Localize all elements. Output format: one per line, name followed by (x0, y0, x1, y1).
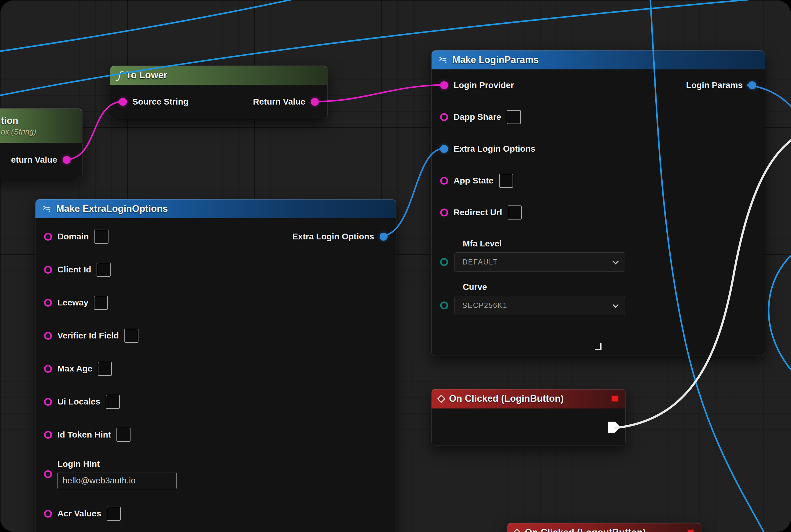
node-title: Make ExtraLoginOptions (56, 203, 168, 214)
node-on-clicked-logout-button[interactable]: On Clicked (LogoutButton) (507, 522, 701, 532)
node-to-lower[interactable]: ƒ To Lower Source String Return Value (110, 65, 328, 119)
return-value-label: Return Value (253, 97, 305, 107)
delegate-pin[interactable] (687, 529, 694, 532)
node-title: Make LoginParams (452, 54, 539, 65)
redirect-url-label: Redirect Url (454, 208, 502, 217)
function-icon: ƒ (117, 70, 121, 80)
app-state-checkbox[interactable] (499, 174, 513, 188)
node-partial-function[interactable]: tion ox (String) eturn Value (0, 108, 82, 178)
extra-login-options-in-label: Extra Login Options (454, 144, 536, 154)
app-state-pin[interactable] (440, 177, 448, 185)
node-title: On Clicked (LoginButton) (449, 393, 564, 404)
dapp-share-checkbox[interactable] (507, 110, 521, 124)
ui-locales-pin[interactable] (44, 398, 52, 406)
delegate-pin[interactable] (611, 395, 619, 402)
id-token-hint-label: Id Token Hint (57, 430, 111, 440)
acr-values-pin[interactable] (44, 510, 52, 518)
acr-values-checkbox[interactable] (107, 507, 121, 521)
login-params-out-label: Login Params (686, 80, 743, 90)
blueprint-graph-canvas[interactable]: tion ox (String) eturn Value ƒ To Lower … (0, 0, 791, 532)
source-string-pin[interactable] (119, 98, 127, 106)
login-params-out-pin[interactable] (748, 81, 756, 89)
curve-label: Curve (463, 282, 756, 292)
verifier-id-field-label: Verifier Id Field (57, 331, 119, 341)
source-string-label: Source String (132, 97, 189, 107)
client-id-label: Client Id (57, 265, 91, 274)
return-value-pin[interactable] (63, 156, 71, 164)
on-clicked-logout-header[interactable]: On Clicked (LogoutButton) (507, 523, 701, 532)
id-token-hint-checkbox[interactable] (116, 428, 131, 442)
max-age-label: Max Age (57, 364, 92, 374)
chevron-down-icon (613, 258, 619, 264)
leeway-checkbox[interactable] (94, 296, 108, 310)
max-age-checkbox[interactable] (98, 362, 112, 376)
dapp-share-pin[interactable] (440, 113, 448, 121)
login-hint-pin[interactable] (44, 470, 52, 478)
login-hint-label: Login Hint (57, 459, 177, 469)
client-id-checkbox[interactable] (97, 263, 111, 277)
domain-pin[interactable] (44, 233, 52, 241)
partial-function-header[interactable]: tion ox (String) (0, 109, 82, 143)
extra-login-options-in-pin[interactable] (440, 145, 448, 153)
make-login-params-header[interactable]: Make LoginParams (431, 51, 765, 70)
client-id-pin[interactable] (44, 266, 52, 274)
app-state-label: App State (454, 176, 494, 186)
mfa-level-value: DEFAULT (462, 258, 498, 266)
login-hint-input[interactable] (57, 472, 177, 489)
leeway-label: Leeway (57, 298, 88, 308)
acr-values-label: Acr Values (57, 509, 101, 518)
return-value-pin[interactable] (311, 98, 319, 106)
extra-login-options-out-pin[interactable] (380, 233, 388, 241)
max-age-pin[interactable] (44, 365, 52, 373)
event-icon (437, 395, 445, 403)
node-on-clicked-login-button[interactable]: On Clicked (LoginButton) (431, 388, 626, 445)
make-extra-login-options-header[interactable]: Make ExtraLoginOptions (36, 200, 396, 218)
collapse-node-chevron[interactable] (595, 343, 601, 350)
login-provider-pin[interactable] (440, 81, 448, 89)
verifier-id-field-checkbox[interactable] (124, 329, 138, 343)
return-value-label: eturn Value (11, 155, 57, 165)
redirect-url-checkbox[interactable] (508, 206, 522, 220)
event-icon (513, 529, 521, 532)
domain-label: Domain (57, 232, 89, 242)
node-make-login-params[interactable]: Make LoginParams Login Provider Login Pa… (431, 50, 765, 356)
ui-locales-label: Ui Locales (57, 397, 100, 407)
verifier-id-field-pin[interactable] (44, 332, 52, 340)
curve-pin[interactable] (440, 302, 448, 309)
mfa-level-pin[interactable] (440, 258, 448, 266)
node-title: To Lower (126, 70, 167, 81)
curve-dropdown[interactable]: SECP256K1 (454, 296, 625, 315)
on-clicked-login-header[interactable]: On Clicked (LoginButton) (431, 389, 625, 408)
domain-checkbox[interactable] (94, 230, 109, 244)
leeway-pin[interactable] (44, 299, 52, 307)
node-title: tion (1, 115, 18, 126)
mfa-level-label: Mfa Level (463, 239, 756, 249)
id-token-hint-pin[interactable] (44, 431, 52, 439)
chevron-down-icon (613, 302, 619, 308)
dapp-share-label: Dapp Share (454, 112, 501, 122)
node-subtitle: ox (String) (1, 128, 36, 136)
exec-out-pin[interactable] (608, 422, 620, 433)
redirect-url-pin[interactable] (440, 209, 448, 216)
ui-locales-checkbox[interactable] (106, 395, 120, 409)
mfa-level-dropdown[interactable]: DEFAULT (454, 252, 625, 272)
login-provider-label: Login Provider (454, 80, 514, 90)
make-struct-icon (438, 55, 447, 64)
make-struct-icon (42, 204, 51, 213)
extra-login-options-out-label: Extra Login Options (292, 232, 374, 242)
to-lower-header[interactable]: ƒ To Lower (110, 66, 327, 85)
node-make-extra-login-options[interactable]: Make ExtraLoginOptions Domain Extra Logi… (35, 199, 397, 532)
node-title: On Clicked (LogoutButton) (525, 527, 646, 532)
curve-value: SECP256K1 (462, 302, 507, 310)
